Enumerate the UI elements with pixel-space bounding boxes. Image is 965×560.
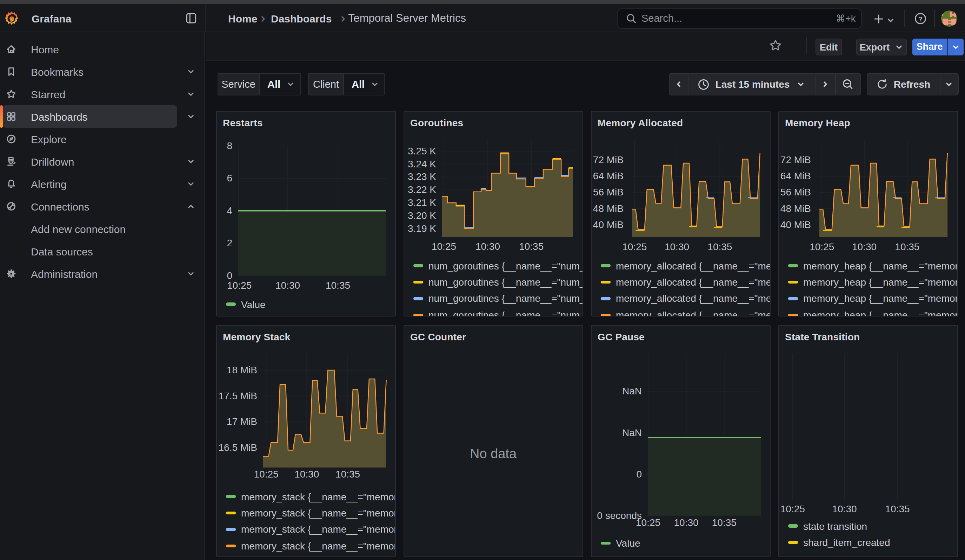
svg-text:10:25: 10:25 [227,280,251,291]
svg-text:NaN: NaN [622,385,641,397]
svg-text:56 MiB: 56 MiB [780,187,811,198]
svg-text:17 MiB: 17 MiB [226,416,257,427]
svg-text:?: ? [918,15,922,23]
svg-text:10:35: 10:35 [895,242,919,252]
svg-text:40 MiB: 40 MiB [593,219,623,230]
svg-text:0: 0 [226,270,232,281]
svg-text:10:25: 10:25 [431,241,456,252]
svg-text:56 MiB: 56 MiB [593,187,623,198]
svg-text:10:35: 10:35 [885,503,909,514]
svg-text:64 MiB: 64 MiB [593,171,623,181]
svg-text:6: 6 [226,173,232,183]
svg-text:3.20 K: 3.20 K [407,210,436,221]
svg-text:10:30: 10:30 [294,469,319,480]
svg-text:10:35: 10:35 [325,280,350,291]
svg-text:3.21 K: 3.21 K [407,197,436,208]
svg-text:16.5 MiB: 16.5 MiB [218,442,257,453]
svg-text:0 seconds: 0 seconds [597,510,641,521]
svg-text:10:30: 10:30 [475,241,500,252]
svg-text:3.19 K: 3.19 K [407,223,436,234]
svg-text:3.24 K: 3.24 K [407,158,436,170]
svg-text:10:35: 10:35 [711,517,736,528]
svg-text:10:25: 10:25 [809,242,834,252]
svg-text:2: 2 [226,238,232,248]
svg-text:8: 8 [226,140,232,151]
svg-text:10:30: 10:30 [664,242,689,252]
svg-text:10:35: 10:35 [707,242,732,252]
svg-text:10:35: 10:35 [518,241,543,252]
svg-text:0: 0 [636,469,641,480]
svg-text:10:30: 10:30 [832,503,857,514]
svg-text:10:35: 10:35 [335,469,360,480]
svg-text:72 MiB: 72 MiB [780,154,811,165]
svg-text:4: 4 [226,205,232,216]
svg-text:48 MiB: 48 MiB [593,203,623,214]
svg-text:10:25: 10:25 [254,469,278,480]
svg-text:48 MiB: 48 MiB [780,203,811,214]
svg-text:3.25 K: 3.25 K [407,145,436,157]
svg-text:72 MiB: 72 MiB [593,154,623,165]
svg-text:40 MiB: 40 MiB [780,219,811,230]
svg-text:NaN: NaN [622,427,641,438]
svg-text:10:30: 10:30 [852,242,876,252]
svg-text:10:25: 10:25 [622,242,646,252]
svg-text:10:30: 10:30 [275,280,300,291]
svg-text:10:25: 10:25 [780,503,805,514]
svg-text:18 MiB: 18 MiB [226,364,257,376]
svg-text:3.22 K: 3.22 K [407,184,436,195]
svg-text:3.23 K: 3.23 K [407,171,436,182]
svg-text:10:25: 10:25 [636,517,660,528]
svg-text:64 MiB: 64 MiB [780,171,811,181]
svg-text:17.5 MiB: 17.5 MiB [218,390,257,402]
svg-text:10:30: 10:30 [674,517,698,528]
